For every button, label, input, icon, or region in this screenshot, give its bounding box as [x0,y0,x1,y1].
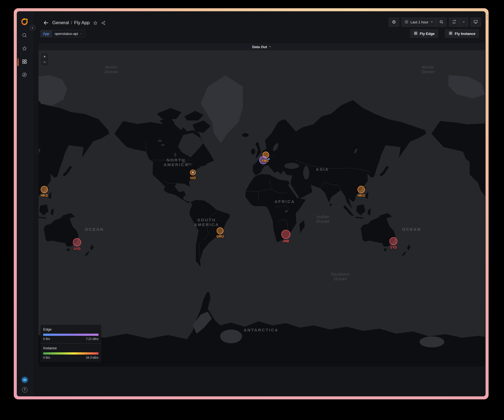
refresh-interval-dropdown[interactable] [459,18,468,26]
active-indicator [18,58,18,66]
top-navbar: General / Fly App ⚙ [32,11,486,29]
legend-instance-title: Instance [43,346,98,350]
legend-edge-max: 7.21 kB/s [86,337,98,341]
sidebar-item-explore[interactable] [17,73,32,78]
edge-gradient-bar [43,334,98,336]
zoom-in-button[interactable]: + [42,54,47,59]
sidebar-item-dashboards[interactable] [17,59,32,65]
fly-instance-link[interactable]: Fly Instance [445,29,479,38]
grafana-app: ? › General / Fly App [17,11,486,396]
map-marker-hkg[interactable] [358,186,365,193]
expand-sidebar-button[interactable]: › [29,25,35,31]
monitor-icon [473,19,478,25]
refresh-button[interactable] [449,18,459,26]
time-range-label: Last 1 hour [410,20,428,24]
chevron-down-icon [462,20,465,24]
chevron-down-icon [430,20,433,24]
map-marker-ams[interactable] [259,156,267,164]
breadcrumb: General / Fly App [52,20,90,26]
clock-icon [404,20,409,25]
star-icon [22,46,27,52]
refresh-icon [452,20,456,25]
dashboard-canvas: Data Out [32,40,486,396]
sidebar: ? [17,11,32,396]
share-icon[interactable] [101,21,106,25]
time-picker: Last 1 hour [401,18,447,27]
breadcrumb-folder[interactable]: General [52,20,69,26]
map-marker-jnb[interactable] [281,230,291,239]
gear-icon: ⚙ [392,20,396,24]
sidebar-item-search[interactable] [17,33,32,39]
map-marker-iad[interactable] [190,170,196,175]
dashboards-grid-icon [22,59,27,65]
basemap [39,50,485,367]
variable-value: openstatus-api [54,32,78,36]
dashboard-settings-button[interactable]: ⚙ [389,18,399,27]
apps-grid-icon [414,31,418,36]
dashboard-controls-row: App openstatus-api Fly Edge [32,29,486,40]
main-area: General / Fly App ⚙ [32,11,486,396]
geomap-panel: Data Out [39,43,485,367]
fly-instance-label: Fly Instance [455,32,475,36]
map-legend: Edge 0 B/s 7.21 kB/s Instance [40,325,101,362]
map-marker-hkg-wrap[interactable] [41,186,48,193]
window-edge-dots[interactable] [487,15,488,20]
variable-value-dropdown[interactable]: openstatus-api [52,30,85,37]
instance-gradient-bar [43,352,98,355]
map-marker-syd-wrap[interactable] [73,238,81,246]
legend-instance-min: 0 B/s [43,356,50,359]
panel-header[interactable]: Data Out [39,43,485,50]
favorite-star-icon[interactable] [93,21,98,25]
map-zoom-control: + − [42,54,48,65]
map-marker-syd[interactable] [390,237,398,245]
legend-section-instance: Instance 0 B/s 34.3 kB/s [40,343,101,362]
legend-section-edge: Edge 0 B/s 7.21 kB/s [40,325,101,343]
legend-edge-min: 0 B/s [43,337,50,341]
kiosk-mode-button[interactable] [470,18,481,27]
org-avatar[interactable] [21,377,28,383]
grafana-logo[interactable] [20,18,29,26]
legend-edge-title: Edge [43,327,98,331]
fly-edge-label: Fly Edge [420,32,435,36]
chevron-down-icon [269,44,272,49]
world-map[interactable]: Arctic OceanArctic OceanNORTH AMERICAASI… [39,50,485,367]
time-range-button[interactable]: Last 1 hour [402,18,436,26]
legend-instance-max: 34.3 kB/s [86,356,98,359]
browser-window-frame: ? › General / Fly App [14,8,489,399]
apps-grid-icon [449,31,453,36]
sidebar-item-starred[interactable] [17,46,32,52]
fly-edge-link[interactable]: Fly Edge [410,29,438,38]
map-marker-gru[interactable] [217,227,224,234]
help-icon[interactable]: ? [22,387,28,392]
map-marker-ams-edge-dot[interactable] [268,158,270,160]
zoom-out-time-button[interactable] [436,18,447,26]
panel-title: Data Out [252,45,267,49]
breadcrumb-separator: / [71,20,72,26]
template-variable: App openstatus-api [40,30,85,37]
compass-icon [22,72,27,79]
zoom-out-button[interactable]: − [42,59,47,65]
back-arrow-icon[interactable] [43,20,49,26]
variable-label: App [40,30,52,37]
breadcrumb-dashboard: Fly App [74,20,90,26]
search-icon [22,32,27,39]
refresh-control [449,18,468,27]
magnifier-minus-icon [439,20,444,25]
